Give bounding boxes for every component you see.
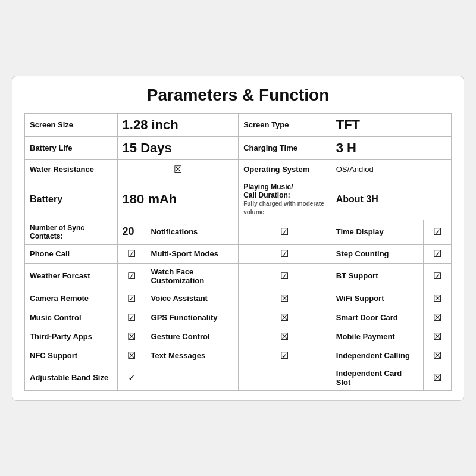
voice-assistant-check: ☒ bbox=[239, 289, 331, 308]
weather-forcast-check: ☑ bbox=[117, 263, 146, 289]
time-display-label: Time Display bbox=[331, 220, 424, 244]
screen-size-label: Screen Size bbox=[25, 113, 118, 136]
playing-music-value: About 3H bbox=[331, 178, 451, 220]
step-counting-check: ☑ bbox=[424, 244, 452, 263]
adjustable-band-check: ✓ bbox=[117, 365, 146, 390]
third-party-apps-check: ☒ bbox=[117, 327, 146, 346]
smart-door-card-check: ☒ bbox=[424, 308, 452, 327]
independent-card-slot-check: ☒ bbox=[424, 365, 452, 390]
phone-call-label: Phone Call bbox=[25, 244, 118, 263]
notifications-check: ☑ bbox=[239, 220, 331, 244]
multi-sport-label: Multi-Sport Modes bbox=[146, 244, 239, 263]
playing-music-note: Fully charged with moderate volume bbox=[243, 201, 324, 215]
phone-call-check: ☑ bbox=[117, 244, 146, 263]
params-table: Screen Size 1.28 inch Screen Type TFT Ba… bbox=[24, 113, 452, 391]
table-row: Water Resistance ☒ Operating System OS/A… bbox=[25, 159, 452, 178]
screen-type-label: Screen Type bbox=[239, 113, 331, 136]
operating-system-value: OS/Andiod bbox=[331, 159, 451, 178]
table-row: Camera Remote ☑ Voice Assistant ☒ WiFi S… bbox=[25, 289, 452, 308]
table-row: Phone Call ☑ Multi-Sport Modes ☑ Step Co… bbox=[25, 244, 452, 263]
independent-card-slot-label: Independent Card Slot bbox=[331, 365, 424, 390]
independent-calling-check: ☒ bbox=[424, 346, 452, 365]
gesture-control-check: ☒ bbox=[239, 327, 331, 346]
table-row: Screen Size 1.28 inch Screen Type TFT bbox=[25, 113, 452, 136]
gps-functionality-label: GPS Functionality bbox=[146, 308, 239, 327]
music-control-label: Music Control bbox=[25, 308, 118, 327]
battery-label: Battery bbox=[25, 178, 118, 220]
sync-contacts-value: 20 bbox=[117, 220, 146, 244]
music-control-check: ☑ bbox=[117, 308, 146, 327]
third-party-apps-label: Third-Party Apps bbox=[25, 327, 118, 346]
empty-cell bbox=[239, 365, 331, 390]
watch-face-label: Watch Face Customization bbox=[146, 263, 239, 289]
charging-time-value: 3 H bbox=[331, 136, 451, 159]
gps-functionality-check: ☒ bbox=[239, 308, 331, 327]
water-resistance-check: ☒ bbox=[117, 159, 239, 178]
smart-door-card-label: Smart Door Card bbox=[331, 308, 424, 327]
mobile-payment-label: Mobile Payment bbox=[331, 327, 424, 346]
water-resistance-label: Water Resistance bbox=[25, 159, 118, 178]
page-title: Parameters & Function bbox=[24, 86, 452, 105]
mobile-payment-check: ☒ bbox=[424, 327, 452, 346]
bt-support-label: BT Support bbox=[331, 263, 424, 289]
table-row: Weather Forcast ☑ Watch Face Customizati… bbox=[25, 263, 452, 289]
operating-system-label: Operating System bbox=[239, 159, 331, 178]
bt-support-check: ☑ bbox=[424, 263, 452, 289]
table-row: Battery 180 mAh Playing Music/Call Durat… bbox=[25, 178, 452, 220]
table-row: Third-Party Apps ☒ Gesture Control ☒ Mob… bbox=[25, 327, 452, 346]
camera-remote-check: ☑ bbox=[117, 289, 146, 308]
nfc-support-check: ☒ bbox=[117, 346, 146, 365]
independent-calling-label: Independent Calling bbox=[331, 346, 424, 365]
sync-contacts-label: Number of Sync Contacts: bbox=[25, 220, 118, 244]
table-row: NFC Support ☒ Text Messages ☑ Independen… bbox=[25, 346, 452, 365]
nfc-support-label: NFC Support bbox=[25, 346, 118, 365]
table-row: Adjustable Band Size ✓ Independent Card … bbox=[25, 365, 452, 390]
empty-cell bbox=[146, 365, 239, 390]
time-display-check: ☑ bbox=[424, 220, 452, 244]
step-counting-label: Step Counting bbox=[331, 244, 424, 263]
voice-assistant-label: Voice Assistant bbox=[146, 289, 239, 308]
table-row: Battery Life 15 Days Charging Time 3 H bbox=[25, 136, 452, 159]
multi-sport-check: ☑ bbox=[239, 244, 331, 263]
screen-size-value: 1.28 inch bbox=[117, 113, 239, 136]
watch-face-check: ☑ bbox=[239, 263, 331, 289]
battery-life-value: 15 Days bbox=[117, 136, 239, 159]
text-messages-check: ☑ bbox=[239, 346, 331, 365]
wifi-support-check: ☒ bbox=[424, 289, 452, 308]
camera-remote-label: Camera Remote bbox=[25, 289, 118, 308]
main-container: Parameters & Function Screen Size 1.28 i… bbox=[12, 76, 464, 401]
screen-type-value: TFT bbox=[331, 113, 451, 136]
wifi-support-label: WiFi Support bbox=[331, 289, 424, 308]
battery-life-label: Battery Life bbox=[25, 136, 118, 159]
gesture-control-label: Gesture Control bbox=[146, 327, 239, 346]
notifications-label: Notifications bbox=[146, 220, 239, 244]
charging-time-label: Charging Time bbox=[239, 136, 331, 159]
playing-music-label: Playing Music/Call Duration: Fully charg… bbox=[239, 178, 331, 220]
text-messages-label: Text Messages bbox=[146, 346, 239, 365]
table-row: Number of Sync Contacts: 20 Notification… bbox=[25, 220, 452, 244]
table-row: Music Control ☑ GPS Functionality ☒ Smar… bbox=[25, 308, 452, 327]
weather-forcast-label: Weather Forcast bbox=[25, 263, 118, 289]
battery-value: 180 mAh bbox=[117, 178, 239, 220]
adjustable-band-label: Adjustable Band Size bbox=[25, 365, 118, 390]
